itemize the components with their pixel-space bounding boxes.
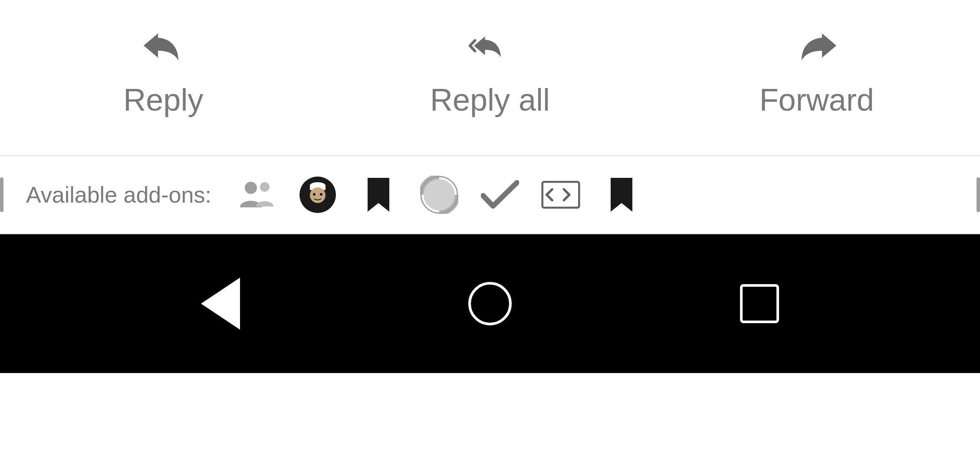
home-button[interactable] <box>468 282 512 325</box>
back-button[interactable] <box>201 278 240 330</box>
reply-icon <box>141 29 185 70</box>
back-icon <box>201 278 240 330</box>
reply-label: Reply <box>123 82 203 118</box>
action-bar: Reply Reply all Forward <box>0 0 980 155</box>
addon-face-icon[interactable] <box>298 175 337 214</box>
svg-point-1 <box>260 182 270 192</box>
forward-button[interactable]: Forward <box>653 20 980 126</box>
addon-people-icon[interactable] <box>237 175 276 214</box>
addon-check-icon[interactable] <box>480 175 520 214</box>
forward-icon <box>795 29 839 70</box>
addon-embed-icon[interactable] <box>541 175 580 214</box>
recents-icon <box>740 284 779 323</box>
forward-label: Forward <box>760 82 874 118</box>
addon-icons-list <box>237 175 641 214</box>
addons-label: Available add-ons: <box>26 182 211 208</box>
svg-point-6 <box>313 193 316 196</box>
svg-point-9 <box>431 186 448 203</box>
scroll-indicator-right <box>977 177 980 212</box>
main-content: Reply Reply all Forward <box>0 0 980 234</box>
reply-all-label: Reply all <box>430 82 550 118</box>
addon-bookmark-icon[interactable] <box>359 175 398 214</box>
reply-all-button[interactable]: Reply all <box>327 20 654 126</box>
scroll-indicator-left <box>0 177 3 212</box>
addon-candy-icon[interactable] <box>420 175 459 214</box>
nav-bar <box>0 234 980 373</box>
svg-point-5 <box>310 187 326 203</box>
svg-point-0 <box>245 182 257 194</box>
reply-button[interactable]: Reply <box>0 20 327 126</box>
addon-bookmark2-icon[interactable] <box>602 175 641 214</box>
home-icon <box>468 282 512 325</box>
recents-button[interactable] <box>740 284 779 323</box>
addons-bar: Available add-ons: <box>0 156 980 234</box>
reply-all-icon <box>468 29 512 70</box>
svg-point-7 <box>320 193 322 196</box>
